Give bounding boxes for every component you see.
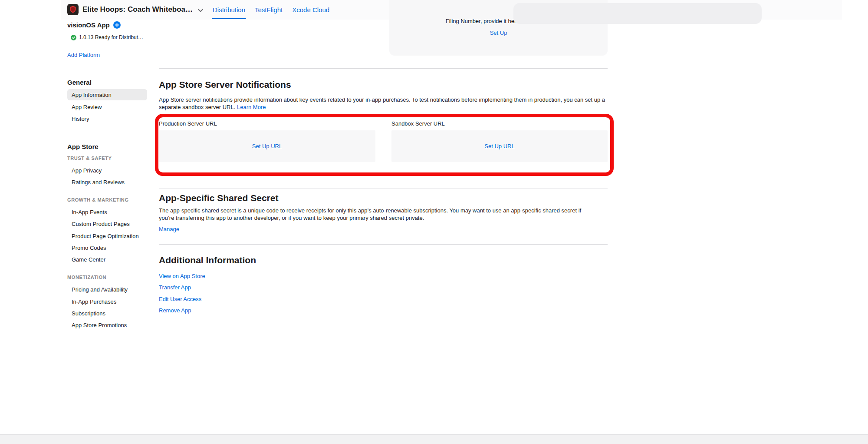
account-menu-placeholder[interactable] [513, 3, 762, 24]
app-switcher[interactable]: Elite Hoops: Coach Whiteboa… [67, 4, 203, 15]
production-server-url-label: Production Server URL [159, 120, 217, 127]
banner-message-text: Filing Number, provide it here. [446, 18, 521, 24]
sidebar-item-product-page-optimization[interactable]: Product Page Optimization [72, 233, 139, 239]
sidebar-item-history[interactable]: History [72, 116, 89, 122]
manage-link[interactable]: Manage [159, 226, 179, 232]
sidebar-item-app-privacy[interactable]: App Privacy [72, 167, 102, 174]
sandbox-server-url-panel: Set Up URL [391, 130, 608, 162]
sidebar-item-in-app-events[interactable]: In-App Events [72, 209, 107, 215]
production-set-up-url-link[interactable]: Set Up URL [252, 143, 282, 149]
app-title: Elite Hoops: Coach Whiteboa… [82, 5, 193, 14]
sandbox-set-up-url-link[interactable]: Set Up URL [484, 143, 514, 149]
app-icon [67, 4, 79, 15]
ready-status-icon [71, 35, 76, 40]
tab-distribution[interactable]: Distribution [212, 0, 246, 20]
sidebar-item-custom-product-pages[interactable]: Custom Product Pages [72, 221, 130, 227]
sidebar-heading-general: General [67, 79, 92, 86]
sandbox-server-url-label: Sandbox Server URL [391, 120, 445, 127]
tab-xcode-cloud[interactable]: Xcode Cloud [291, 0, 330, 20]
add-platform-icon[interactable] [113, 21, 121, 29]
server-notifications-description: App Store server notifications provide i… [159, 96, 608, 111]
chevron-down-icon [198, 9, 203, 12]
version-status-row: 1.0.13 Ready for Distribut… [71, 34, 143, 40]
sidebar-group-growth-marketing: GROWTH & MARKETING [67, 197, 129, 202]
sidebar-item-pricing-and-availability[interactable]: Pricing and Availability [72, 286, 128, 293]
sidebar-item-promo-codes[interactable]: Promo Codes [72, 245, 106, 251]
platform-header: visionOS App [67, 21, 121, 29]
sidebar-divider [67, 68, 148, 68]
transfer-app-link[interactable]: Transfer App [159, 284, 191, 291]
remove-app-link[interactable]: Remove App [159, 307, 191, 314]
sidebar-item-in-app-purchases[interactable]: In-App Purchases [72, 298, 116, 305]
section-divider [159, 189, 608, 189]
view-on-app-store-link[interactable]: View on App Store [159, 273, 205, 279]
sidebar-item-app-store-promotions[interactable]: App Store Promotions [72, 322, 127, 328]
sidebar-item-app-information[interactable]: App Information [67, 89, 147, 100]
banner-set-up-link[interactable]: Set Up [490, 30, 507, 36]
server-notifications-title: App Store Server Notifications [159, 80, 291, 90]
section-divider [159, 68, 608, 69]
edit-user-access-link[interactable]: Edit User Access [159, 296, 201, 302]
shared-secret-title: App-Specific Shared Secret [159, 193, 278, 203]
shared-secret-description: The app-specific shared secret is a uniq… [159, 207, 591, 222]
sidebar-heading-app-store: App Store [67, 143, 99, 150]
sidebar-item-app-review[interactable]: App Review [72, 104, 102, 110]
sidebar-item-label: App Information [72, 92, 112, 98]
sidebar-group-trust-safety: TRUST & SAFETY [67, 156, 112, 161]
version-status[interactable]: 1.0.13 Ready for Distribut… [79, 34, 143, 40]
sidebar-item-subscriptions[interactable]: Subscriptions [72, 310, 105, 317]
footer-bar [0, 434, 868, 444]
sidebar-group-monetization: MONETIZATION [67, 275, 106, 280]
main-tabs: Distribution TestFlight Xcode Cloud [212, 0, 330, 20]
add-platform-link[interactable]: Add Platform [67, 52, 100, 58]
sidebar-item-game-center[interactable]: Game Center [72, 256, 105, 263]
page: Elite Hoops: Coach Whiteboa… Distributio… [0, 0, 868, 444]
production-server-url-panel: Set Up URL [159, 130, 375, 162]
server-notifications-learn-more-link[interactable]: Learn More [237, 104, 266, 110]
tab-testflight[interactable]: TestFlight [254, 0, 283, 20]
sidebar-item-ratings-and-reviews[interactable]: Ratings and Reviews [72, 179, 125, 186]
server-notifications-description-text: App Store server notifications provide i… [159, 96, 605, 110]
section-divider [159, 244, 608, 245]
additional-information-title: Additional Information [159, 255, 256, 265]
platform-title: visionOS App [67, 21, 110, 29]
